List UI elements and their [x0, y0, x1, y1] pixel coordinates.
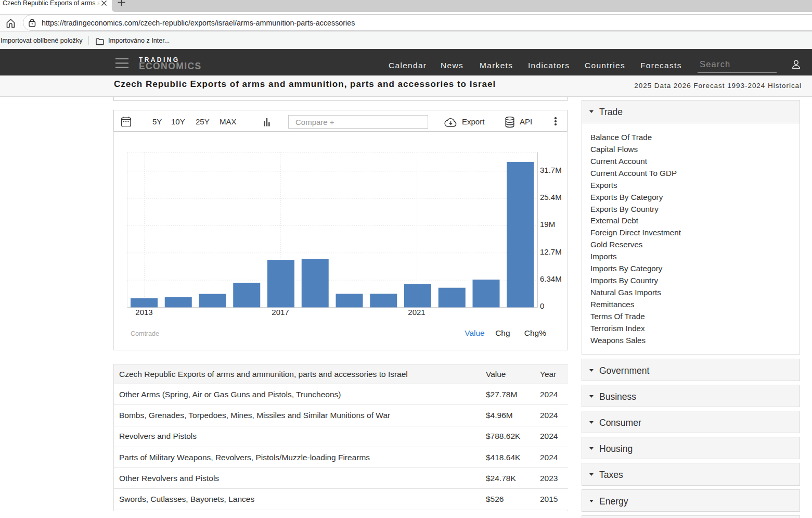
svg-text:12.7M: 12.7M — [540, 247, 562, 256]
svg-text:6.34M: 6.34M — [540, 274, 562, 283]
svg-text:Value: Value — [465, 329, 485, 337]
svg-text:2021: 2021 — [408, 308, 425, 317]
svg-text:Chg%: Chg% — [524, 329, 546, 337]
svg-text:25.4M: 25.4M — [540, 193, 562, 201]
svg-text:19M: 19M — [540, 220, 555, 229]
svg-text:Chg: Chg — [495, 329, 510, 337]
svg-text:2013: 2013 — [135, 308, 152, 317]
svg-text:0: 0 — [540, 301, 544, 310]
svg-text:31.7M: 31.7M — [540, 166, 562, 174]
svg-text:Comtrade: Comtrade — [131, 330, 159, 337]
svg-text:2017: 2017 — [272, 308, 289, 317]
